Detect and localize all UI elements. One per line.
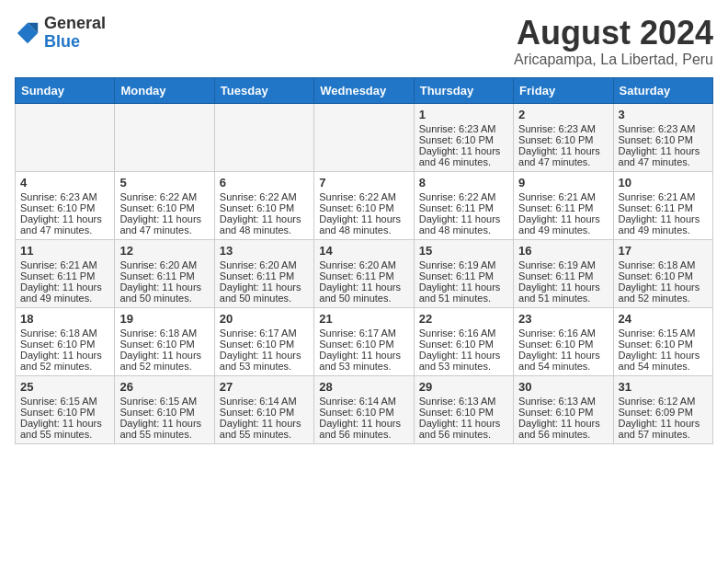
- day-info: Sunrise: 6:19 AM: [518, 259, 608, 270]
- weekday-header-friday: Friday: [514, 77, 613, 103]
- day-info: Daylight: 11 hours: [419, 282, 508, 293]
- day-number: 12: [119, 244, 209, 258]
- calendar-cell: 1Sunrise: 6:23 AMSunset: 6:10 PMDaylight…: [414, 103, 513, 171]
- day-info: Daylight: 11 hours: [518, 213, 608, 224]
- day-info: Sunset: 6:10 PM: [518, 407, 608, 418]
- day-info: and 49 minutes.: [619, 224, 708, 236]
- weekday-header-tuesday: Tuesday: [214, 77, 313, 103]
- calendar-cell: 28Sunrise: 6:14 AMSunset: 6:10 PMDayligh…: [314, 375, 414, 443]
- day-info: Sunset: 6:11 PM: [319, 270, 408, 282]
- day-info: and 51 minutes.: [419, 293, 508, 304]
- day-info: and 51 minutes.: [518, 293, 608, 304]
- day-info: Sunset: 6:10 PM: [319, 339, 408, 350]
- day-info: Sunset: 6:11 PM: [419, 270, 508, 282]
- day-info: Sunset: 6:10 PM: [518, 339, 608, 350]
- day-info: Sunset: 6:10 PM: [319, 202, 408, 213]
- calendar-cell: 19Sunrise: 6:18 AMSunset: 6:10 PMDayligh…: [115, 307, 214, 375]
- calendar-cell: 13Sunrise: 6:20 AMSunset: 6:11 PMDayligh…: [214, 239, 313, 307]
- day-info: Sunrise: 6:18 AM: [119, 327, 209, 339]
- day-info: Daylight: 11 hours: [518, 145, 608, 156]
- calendar-week-2: 4Sunrise: 6:23 AMSunset: 6:10 PMDaylight…: [16, 171, 713, 239]
- day-info: Sunrise: 6:17 AM: [319, 327, 408, 339]
- calendar-cell: 8Sunrise: 6:22 AMSunset: 6:11 PMDaylight…: [414, 171, 513, 239]
- day-info: Daylight: 11 hours: [518, 350, 608, 361]
- day-info: and 56 minutes.: [419, 429, 508, 440]
- calendar-cell: 17Sunrise: 6:18 AMSunset: 6:10 PMDayligh…: [613, 239, 712, 307]
- weekday-header-wednesday: Wednesday: [314, 77, 414, 103]
- day-number: 3: [619, 108, 708, 121]
- calendar-week-1: 1Sunrise: 6:23 AMSunset: 6:10 PMDaylight…: [16, 103, 713, 171]
- calendar-cell: 25Sunrise: 6:15 AMSunset: 6:10 PMDayligh…: [16, 375, 115, 443]
- day-number: 17: [619, 244, 708, 258]
- day-info: and 47 minutes.: [619, 156, 708, 167]
- day-info: Sunrise: 6:21 AM: [518, 191, 608, 202]
- calendar-cell: 5Sunrise: 6:22 AMSunset: 6:10 PMDaylight…: [115, 171, 214, 239]
- day-info: Sunrise: 6:22 AM: [419, 191, 508, 202]
- day-info: Daylight: 11 hours: [419, 418, 508, 429]
- day-info: Sunrise: 6:18 AM: [619, 259, 708, 270]
- day-info: Sunset: 6:10 PM: [419, 134, 508, 145]
- day-info: Daylight: 11 hours: [518, 282, 608, 293]
- calendar-week-3: 11Sunrise: 6:21 AMSunset: 6:11 PMDayligh…: [16, 239, 713, 307]
- logo: General Blue: [15, 15, 106, 52]
- day-info: and 47 minutes.: [518, 156, 608, 167]
- day-info: and 48 minutes.: [319, 224, 408, 236]
- day-number: 25: [20, 380, 109, 394]
- day-number: 27: [220, 380, 309, 394]
- day-info: Sunrise: 6:16 AM: [518, 327, 608, 339]
- day-info: Daylight: 11 hours: [619, 213, 708, 224]
- day-info: Daylight: 11 hours: [319, 418, 408, 429]
- day-info: Sunrise: 6:20 AM: [119, 259, 209, 270]
- day-info: Sunset: 6:11 PM: [220, 270, 309, 282]
- day-info: Sunset: 6:10 PM: [20, 339, 109, 350]
- day-number: 4: [20, 176, 109, 190]
- calendar-cell: 18Sunrise: 6:18 AMSunset: 6:10 PMDayligh…: [16, 307, 115, 375]
- day-info: and 49 minutes.: [20, 293, 109, 304]
- day-info: Sunrise: 6:21 AM: [619, 191, 708, 202]
- day-info: Daylight: 11 hours: [419, 350, 508, 361]
- day-number: 24: [619, 312, 708, 326]
- day-info: Sunset: 6:11 PM: [518, 270, 608, 282]
- day-info: Daylight: 11 hours: [119, 350, 209, 361]
- day-info: and 50 minutes.: [119, 293, 209, 304]
- day-info: Sunset: 6:10 PM: [220, 407, 309, 418]
- day-info: Sunrise: 6:21 AM: [20, 259, 109, 270]
- day-info: and 47 minutes.: [20, 224, 109, 236]
- day-info: and 53 minutes.: [419, 361, 508, 372]
- day-info: and 49 minutes.: [518, 224, 608, 236]
- day-info: and 50 minutes.: [220, 293, 309, 304]
- calendar-cell: 7Sunrise: 6:22 AMSunset: 6:10 PMDaylight…: [314, 171, 414, 239]
- day-info: and 53 minutes.: [220, 361, 309, 372]
- calendar-cell: 2Sunrise: 6:23 AMSunset: 6:10 PMDaylight…: [514, 103, 613, 171]
- day-number: 18: [20, 312, 109, 326]
- day-info: and 48 minutes.: [220, 224, 309, 236]
- day-info: and 47 minutes.: [119, 224, 209, 236]
- day-info: Sunrise: 6:14 AM: [220, 396, 309, 407]
- day-number: 9: [518, 176, 608, 190]
- day-info: and 56 minutes.: [518, 429, 608, 440]
- day-info: Sunrise: 6:23 AM: [20, 191, 109, 202]
- calendar-week-4: 18Sunrise: 6:18 AMSunset: 6:10 PMDayligh…: [16, 307, 713, 375]
- day-number: 21: [319, 312, 408, 326]
- day-number: 8: [419, 176, 508, 190]
- day-info: Sunset: 6:10 PM: [419, 407, 508, 418]
- day-info: Sunset: 6:10 PM: [419, 339, 508, 350]
- calendar-cell: 9Sunrise: 6:21 AMSunset: 6:11 PMDaylight…: [514, 171, 613, 239]
- day-info: and 53 minutes.: [319, 361, 408, 372]
- day-number: 29: [419, 380, 508, 394]
- day-info: Daylight: 11 hours: [20, 350, 109, 361]
- day-info: and 50 minutes.: [319, 293, 408, 304]
- day-number: 11: [20, 244, 109, 258]
- day-info: Sunset: 6:10 PM: [319, 407, 408, 418]
- calendar-cell: 26Sunrise: 6:15 AMSunset: 6:10 PMDayligh…: [115, 375, 214, 443]
- calendar-cell: 24Sunrise: 6:15 AMSunset: 6:10 PMDayligh…: [613, 307, 712, 375]
- calendar-cell: 20Sunrise: 6:17 AMSunset: 6:10 PMDayligh…: [214, 307, 313, 375]
- day-number: 14: [319, 244, 408, 258]
- day-info: Sunrise: 6:14 AM: [319, 396, 408, 407]
- day-info: Daylight: 11 hours: [20, 418, 109, 429]
- day-info: and 52 minutes.: [119, 361, 209, 372]
- day-info: and 55 minutes.: [220, 429, 309, 440]
- day-info: Sunset: 6:10 PM: [119, 339, 209, 350]
- weekday-header-saturday: Saturday: [613, 77, 712, 103]
- day-info: and 54 minutes.: [518, 361, 608, 372]
